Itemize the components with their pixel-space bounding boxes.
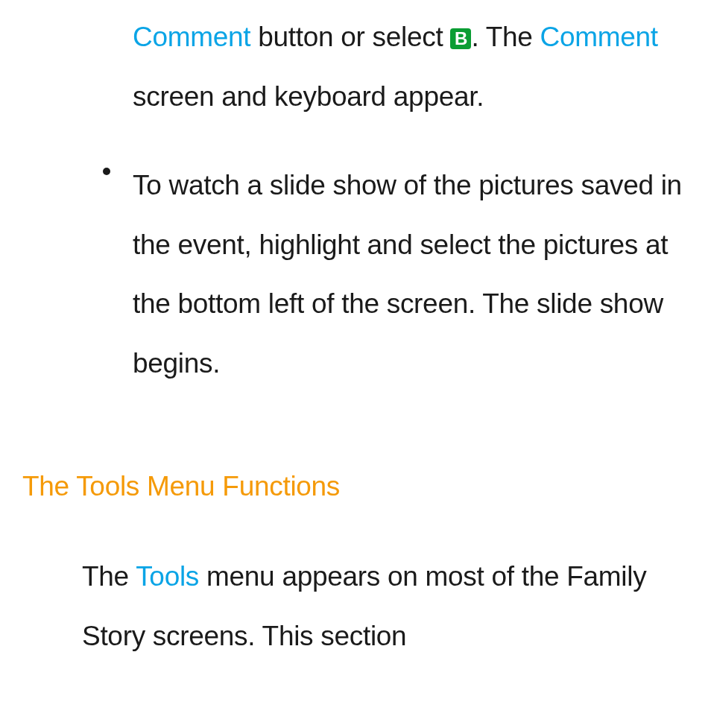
bullet-list: Comment button or select B. The Comment … (15, 7, 696, 393)
comment-link-2[interactable]: Comment (540, 22, 658, 52)
section-heading-tools: The Tools Menu Functions (15, 471, 696, 502)
text-fragment: button or select (250, 22, 450, 52)
paragraph-block: The Tools menu appears on most of the Fa… (15, 547, 696, 665)
document-page: Comment button or select B. The Comment … (0, 0, 711, 665)
text-fragment: screen and keyboard appear. (133, 81, 484, 112)
b-button-icon: B (450, 28, 471, 49)
bullet-text: Comment button or select B. The Comment … (133, 22, 658, 112)
comment-link-1[interactable]: Comment (133, 22, 250, 52)
bullet-item-slideshow: To watch a slide show of the pictures sa… (89, 156, 696, 393)
tools-link[interactable]: Tools (136, 561, 199, 592)
bullet-dot-icon (103, 168, 110, 175)
text-fragment: . The (471, 22, 540, 52)
text-fragment: The (82, 561, 136, 592)
bullet-item-comment: Comment button or select B. The Comment … (89, 7, 696, 126)
paragraph-text: The Tools menu appears on most of the Fa… (82, 561, 646, 651)
bullet-text: To watch a slide show of the pictures sa… (133, 170, 682, 379)
